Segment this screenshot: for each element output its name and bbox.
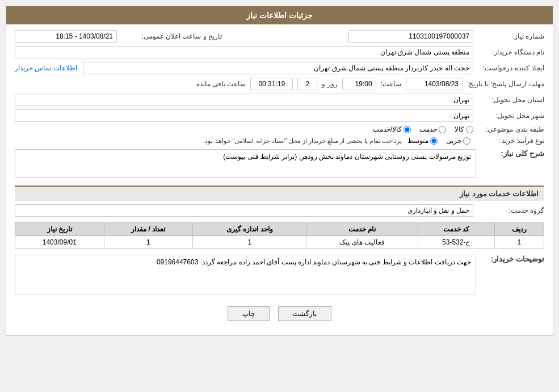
process-option-motavaset: متوسط [407,137,438,145]
category-row: طبقه بندی موضوعی: کالا خدمت کالا/خدمت [15,125,544,133]
process-radio-jazyi[interactable] [463,137,470,145]
creator-contact-link[interactable]: اطلاعات تماس خریدار [15,64,77,72]
city-label: شهر محل تحویل: [476,112,544,120]
table-header-row: ردیف کد خدمت نام خدمت واحد اندازه گیری ت… [15,223,544,236]
table-row: 1ح-532-53فعالیت های پیک111403/09/01 [15,236,544,249]
col-header-row: ردیف [494,223,544,236]
table-cell-3: 1 [193,236,306,249]
category-radio-group: کالا خدمت کالا/خدمت [373,125,473,133]
service-group-value: حمل و نقل و انبارداری [15,204,473,217]
page-title: جزئیات اطلاعات نیاز [246,11,313,20]
description-value: توزیع مرسولات پستی روستایی شهرستان دماون… [15,149,476,178]
deadline-days: 2 [297,78,317,90]
table-cell-1: ح-532-53 [418,236,494,249]
process-option-jazyi: جزیی [446,137,470,145]
province-label: استان محل تحویل: [476,96,544,104]
col-header-unit: واحد اندازه گیری [193,223,306,236]
buyer-comments-value: جهت دریافت اطلاعات و شرایط فنی به شهرستا… [15,255,476,294]
order-number-value: 1103100197000037 [348,30,473,43]
service-group-label: گروه خدمت: [476,206,544,214]
city-value: تهران [15,109,473,122]
announcement-label: تاریخ و ساعت اعلان عمومی: [120,32,222,40]
buyer-station-row: نام دستگاه خریدار: منطقه پستی شمال شرق ت… [15,46,544,58]
deadline-remaining-label: ساعت باقی مانده [196,80,246,88]
order-number-label: شماره نیاز: [476,32,544,40]
process-note: پرداخت تمام یا بخشی از مبلغ خریدار از مح… [15,137,402,145]
category-label: طبقه بندی موضوعی: [476,125,544,133]
back-button[interactable]: بازگشت [278,306,331,321]
service-group-row: گروه خدمت: حمل و نقل و انبارداری [15,204,544,217]
description-content: توزیع مرسولات پستی روستایی شهرستان دماون… [15,149,476,180]
province-value: تهران [15,94,473,106]
category-option-khedmat: خدمت [419,125,446,133]
creator-row: ایجاد کننده درخواست: حجت اله حیدر کاربرد… [15,62,544,74]
creator-value: حجت اله حیدر کاربردار منطقه پستی شمال شر… [83,62,473,74]
process-type-label: نوع فرآیند خرید : [476,137,544,145]
table-cell-2: فعالیت های پیک [306,236,418,249]
table-cell-0: 1 [494,236,544,249]
process-label-motavaset: متوسط [407,137,428,145]
creator-label: ایجاد کننده درخواست: [476,64,544,72]
deadline-row: مهلت ارسال پاسخ: تا تاریخ: 1403/08/23 سا… [15,78,544,90]
deadline-date: 1403/08/23 [406,78,463,90]
order-number-row: شماره نیاز: 1103100197000037 تاریخ و ساع… [15,30,544,43]
process-radio-motavaset[interactable] [430,137,438,145]
category-radio-kala-khedmat[interactable] [404,126,411,133]
description-label: شرح کلی نیاز: [476,149,544,160]
content-area: شماره نیاز: 1103100197000037 تاریخ و ساع… [6,24,553,335]
deadline-time-label: ساعت: [381,80,401,88]
table-cell-4: 1 [104,236,192,249]
services-table: ردیف کد خدمت نام خدمت واحد اندازه گیری ت… [15,222,544,249]
col-header-name: نام خدمت [306,223,418,236]
deadline-time: 19:00 [342,78,376,90]
city-row: شهر محل تحویل: تهران [15,109,544,122]
buyer-comments-section: توضیحات خریدار: جهت دریافت اطلاعات و شرا… [15,255,544,298]
category-label-khedmat: خدمت [419,125,437,133]
province-row: استان محل تحویل: تهران [15,94,544,106]
buyer-comments-content: جهت دریافت اطلاعات و شرایط فنی به شهرستا… [15,255,476,298]
process-type-row: نوع فرآیند خرید : جزیی متوسط پرداخت تمام… [15,137,544,145]
footer-buttons: بازگشت چاپ [15,306,544,321]
deadline-days-label: روز و [322,80,337,88]
services-table-container: ردیف کد خدمت نام خدمت واحد اندازه گیری ت… [15,222,544,249]
page-header: جزئیات اطلاعات نیاز [6,6,553,24]
col-header-qty: تعداد / مقدار [104,223,192,236]
buyer-station-value: منطقه پستی شمال شرق تهران [15,46,473,58]
services-section-header: اطلاعات خدمات مورد نیاز [15,186,544,201]
deadline-remaining: 00:31:19 [250,78,293,90]
print-button[interactable]: چاپ [228,306,270,321]
category-option-kala: کالا [455,125,473,133]
process-label-jazyi: جزیی [446,137,461,145]
category-label-kala-khedmat: کالا/خدمت [373,125,402,133]
category-option-kala-khedmat: کالا/خدمت [373,125,411,133]
page-container: جزئیات اطلاعات نیاز شماره نیاز: 11031001… [6,6,553,336]
table-cell-5: 1403/09/01 [15,236,104,249]
category-label-kala: کالا [455,125,464,133]
description-section: شرح کلی نیاز: توزیع مرسولات پستی روستایی… [15,149,544,180]
category-radio-kala[interactable] [466,126,473,133]
col-header-code: کد خدمت [418,223,494,236]
announcement-value: 1403/08/21 - 18:15 [15,30,117,43]
buyer-comments-label: توضیحات خریدار: [476,255,544,265]
deadline-label: مهلت ارسال پاسخ: تا تاریخ: [467,80,544,88]
buyer-station-label: نام دستگاه خریدار: [476,48,544,56]
process-radio-group: جزیی متوسط [407,137,470,145]
col-header-date: تاریخ نیاز [15,223,104,236]
category-radio-khedmat[interactable] [439,126,446,133]
